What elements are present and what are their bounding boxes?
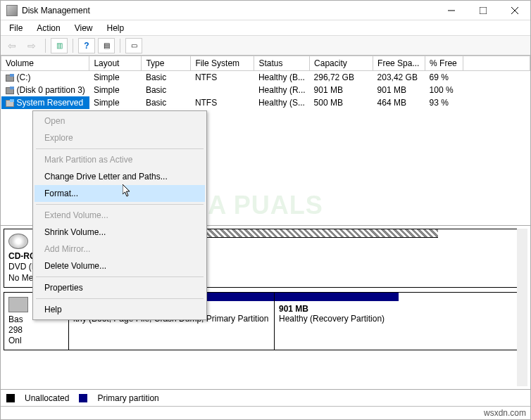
menu-item: Open (35, 113, 205, 129)
menu-item: Extend Volume... (35, 207, 205, 224)
close-button[interactable] (499, 1, 530, 20)
column-header[interactable]: Volume (1, 56, 89, 71)
menu-view[interactable]: View (69, 22, 99, 34)
column-header[interactable]: File System (191, 56, 254, 71)
separator (73, 39, 73, 53)
menu-item[interactable]: Help (35, 301, 205, 318)
column-header[interactable]: % Free (425, 56, 463, 71)
volume-row[interactable]: (Disk 0 partition 3)SimpleBasicHealthy (… (1, 84, 530, 96)
menu-item[interactable]: Format... (35, 185, 205, 202)
column-header[interactable]: Layout (89, 56, 142, 71)
toolbar-btn-3[interactable]: ▭ (125, 38, 142, 53)
app-icon (6, 5, 18, 16)
column-header[interactable]: Status (254, 56, 310, 71)
column-header[interactable]: Free Spa... (373, 56, 425, 71)
menu-file[interactable]: File (4, 22, 28, 34)
menubar: File Action View Help (1, 20, 530, 36)
legend-swatch (6, 394, 15, 402)
separator (120, 39, 120, 53)
volume-icon (6, 87, 14, 94)
settings-icon: ▭ (131, 42, 137, 49)
separator (45, 39, 46, 53)
menu-item[interactable]: Properties (35, 279, 205, 296)
scrollbar[interactable] (517, 229, 527, 386)
status-text: wsxdn.com (484, 408, 526, 418)
help-icon: ? (84, 41, 89, 51)
volume-icon (6, 75, 14, 82)
legend-label: Unallocated (25, 393, 69, 403)
partition[interactable]: 901 MBHealthy (Recovery Partition) (275, 293, 399, 350)
menu-item[interactable]: Change Drive Letter and Paths... (35, 168, 205, 185)
menu-item: Mark Partition as Active (35, 151, 205, 168)
window-title: Disk Management (22, 6, 435, 15)
panel-icon: ▥ (56, 42, 63, 49)
disk-icon (8, 297, 28, 312)
menu-item[interactable]: Shrink Volume... (35, 224, 205, 241)
cd-icon (8, 234, 28, 249)
list-icon: ▤ (104, 42, 110, 49)
legend: UnallocatedPrimary partition (1, 389, 530, 406)
svg-rect-1 (480, 7, 487, 14)
toolbar-btn-1[interactable]: ▥ (51, 38, 68, 53)
menu-separator (36, 276, 204, 277)
volume-row[interactable]: System ReservedSimpleBasicNTFSHealthy (S… (1, 96, 530, 109)
menu-separator (36, 148, 204, 149)
column-header[interactable]: Capacity (310, 56, 373, 71)
toolbar-btn-2[interactable]: ▤ (98, 38, 115, 53)
volume-row[interactable]: (C:)SimpleBasicNTFSHealthy (B...296,72 G… (1, 71, 530, 84)
arrow-left-icon: ⇦ (8, 40, 16, 51)
status-bar: wsxdn.com (1, 406, 530, 419)
legend-label: Primary partition (97, 393, 158, 403)
volume-icon (6, 100, 14, 107)
arrow-right-icon: ⇨ (27, 40, 36, 51)
maximize-button[interactable] (467, 1, 499, 20)
minimize-button[interactable] (435, 1, 467, 20)
menu-separator (36, 204, 204, 205)
menu-action[interactable]: Action (31, 22, 65, 34)
menu-separator (36, 298, 204, 299)
help-button[interactable]: ? (78, 38, 95, 53)
menu-item: Explore (35, 129, 205, 146)
back-button[interactable]: ⇦ (4, 38, 20, 53)
legend-swatch (79, 394, 87, 402)
menu-help[interactable]: Help (101, 22, 130, 34)
forward-button[interactable]: ⇨ (23, 38, 40, 53)
context-menu: OpenExploreMark Partition as ActiveChang… (32, 110, 207, 320)
column-header[interactable]: Type (142, 56, 191, 71)
menu-item[interactable]: Delete Volume... (35, 257, 205, 274)
menu-item: Add Mirror... (35, 241, 205, 257)
toolbar: ⇦ ⇨ ▥ ? ▤ ▭ (1, 36, 530, 56)
